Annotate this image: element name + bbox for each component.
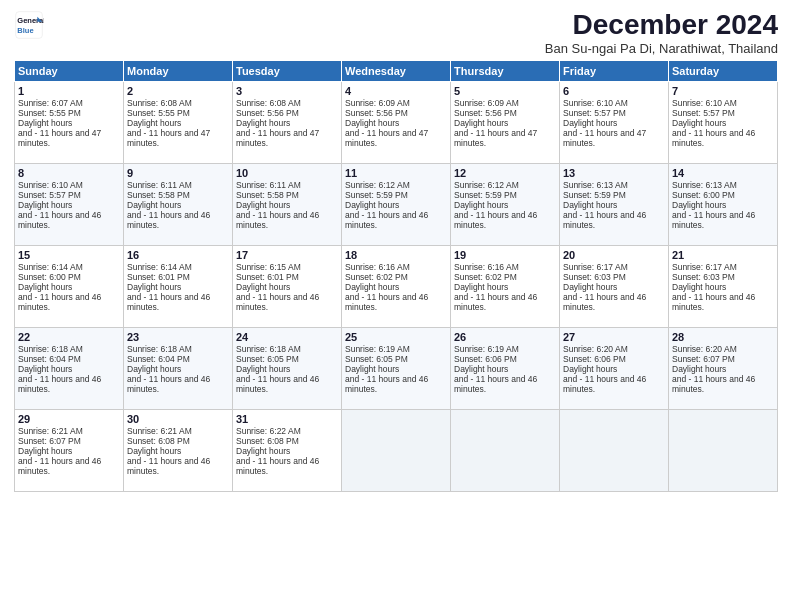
sunrise-line: Sunrise: 6:20 AM [563, 344, 665, 354]
calendar-header-cell: Wednesday [342, 60, 451, 81]
sunset-line: Sunset: 6:02 PM [454, 272, 556, 282]
sunrise-line: Sunrise: 6:14 AM [18, 262, 120, 272]
sunset-line: Sunset: 6:03 PM [672, 272, 774, 282]
calendar-table: SundayMondayTuesdayWednesdayThursdayFrid… [14, 60, 778, 492]
day-number: 26 [454, 331, 556, 343]
daylight-label: Daylight hours [18, 200, 120, 210]
sunrise-line: Sunrise: 6:15 AM [236, 262, 338, 272]
sunset-line: Sunset: 5:57 PM [672, 108, 774, 118]
calendar-week-row: 22Sunrise: 6:18 AMSunset: 6:04 PMDayligh… [15, 327, 778, 409]
daylight-value: and - 11 hours and 46 minutes. [127, 292, 229, 312]
daylight-value: and - 11 hours and 46 minutes. [18, 292, 120, 312]
day-number: 30 [127, 413, 229, 425]
sunset-line: Sunset: 6:08 PM [236, 436, 338, 446]
sunset-line: Sunset: 6:03 PM [563, 272, 665, 282]
sunset-line: Sunset: 5:58 PM [127, 190, 229, 200]
daylight-label: Daylight hours [672, 118, 774, 128]
calendar-header-cell: Thursday [451, 60, 560, 81]
calendar-cell: 22Sunrise: 6:18 AMSunset: 6:04 PMDayligh… [15, 327, 124, 409]
calendar-cell [669, 409, 778, 491]
calendar-cell: 17Sunrise: 6:15 AMSunset: 6:01 PMDayligh… [233, 245, 342, 327]
calendar-cell: 8Sunrise: 6:10 AMSunset: 5:57 PMDaylight… [15, 163, 124, 245]
logo: General Blue [14, 10, 44, 40]
daylight-label: Daylight hours [236, 200, 338, 210]
daylight-label: Daylight hours [454, 364, 556, 374]
calendar-week-row: 8Sunrise: 6:10 AMSunset: 5:57 PMDaylight… [15, 163, 778, 245]
calendar-cell: 14Sunrise: 6:13 AMSunset: 6:00 PMDayligh… [669, 163, 778, 245]
calendar-cell: 11Sunrise: 6:12 AMSunset: 5:59 PMDayligh… [342, 163, 451, 245]
calendar-header-cell: Saturday [669, 60, 778, 81]
daylight-label: Daylight hours [563, 282, 665, 292]
daylight-label: Daylight hours [236, 364, 338, 374]
day-number: 6 [563, 85, 665, 97]
daylight-value: and - 11 hours and 46 minutes. [672, 374, 774, 394]
day-number: 22 [18, 331, 120, 343]
day-number: 3 [236, 85, 338, 97]
sunrise-line: Sunrise: 6:12 AM [345, 180, 447, 190]
sunrise-line: Sunrise: 6:14 AM [127, 262, 229, 272]
sunrise-line: Sunrise: 6:09 AM [345, 98, 447, 108]
sunset-line: Sunset: 6:01 PM [127, 272, 229, 282]
day-number: 24 [236, 331, 338, 343]
day-number: 16 [127, 249, 229, 261]
daylight-value: and - 11 hours and 46 minutes. [672, 292, 774, 312]
sunrise-line: Sunrise: 6:19 AM [345, 344, 447, 354]
daylight-value: and - 11 hours and 46 minutes. [236, 292, 338, 312]
daylight-label: Daylight hours [18, 118, 120, 128]
sunset-line: Sunset: 6:00 PM [672, 190, 774, 200]
sunset-line: Sunset: 6:07 PM [672, 354, 774, 364]
sunrise-line: Sunrise: 6:10 AM [18, 180, 120, 190]
sunrise-line: Sunrise: 6:18 AM [236, 344, 338, 354]
daylight-label: Daylight hours [236, 282, 338, 292]
daylight-value: and - 11 hours and 46 minutes. [563, 374, 665, 394]
daylight-label: Daylight hours [345, 118, 447, 128]
calendar-cell: 12Sunrise: 6:12 AMSunset: 5:59 PMDayligh… [451, 163, 560, 245]
daylight-label: Daylight hours [18, 364, 120, 374]
calendar-header-cell: Monday [124, 60, 233, 81]
sunset-line: Sunset: 5:57 PM [563, 108, 665, 118]
daylight-value: and - 11 hours and 47 minutes. [454, 128, 556, 148]
daylight-value: and - 11 hours and 46 minutes. [454, 374, 556, 394]
page: General Blue December 2024 Ban Su-ngai P… [0, 0, 792, 612]
sunset-line: Sunset: 6:02 PM [345, 272, 447, 282]
sunrise-line: Sunrise: 6:13 AM [563, 180, 665, 190]
sunrise-line: Sunrise: 6:11 AM [236, 180, 338, 190]
sunset-line: Sunset: 6:04 PM [18, 354, 120, 364]
calendar-cell: 1Sunrise: 6:07 AMSunset: 5:55 PMDaylight… [15, 81, 124, 163]
calendar-header-cell: Sunday [15, 60, 124, 81]
daylight-value: and - 11 hours and 47 minutes. [563, 128, 665, 148]
sunrise-line: Sunrise: 6:20 AM [672, 344, 774, 354]
svg-text:Blue: Blue [17, 26, 33, 35]
daylight-value: and - 11 hours and 46 minutes. [127, 374, 229, 394]
sunrise-line: Sunrise: 6:21 AM [18, 426, 120, 436]
calendar-cell: 26Sunrise: 6:19 AMSunset: 6:06 PMDayligh… [451, 327, 560, 409]
sunset-line: Sunset: 6:08 PM [127, 436, 229, 446]
logo-icon: General Blue [14, 10, 44, 40]
sunset-line: Sunset: 5:55 PM [127, 108, 229, 118]
calendar-cell: 23Sunrise: 6:18 AMSunset: 6:04 PMDayligh… [124, 327, 233, 409]
daylight-label: Daylight hours [454, 282, 556, 292]
daylight-value: and - 11 hours and 47 minutes. [18, 128, 120, 148]
calendar-cell: 3Sunrise: 6:08 AMSunset: 5:56 PMDaylight… [233, 81, 342, 163]
calendar-cell: 6Sunrise: 6:10 AMSunset: 5:57 PMDaylight… [560, 81, 669, 163]
calendar-week-row: 29Sunrise: 6:21 AMSunset: 6:07 PMDayligh… [15, 409, 778, 491]
day-number: 25 [345, 331, 447, 343]
sunrise-line: Sunrise: 6:19 AM [454, 344, 556, 354]
calendar-cell: 20Sunrise: 6:17 AMSunset: 6:03 PMDayligh… [560, 245, 669, 327]
calendar-cell: 27Sunrise: 6:20 AMSunset: 6:06 PMDayligh… [560, 327, 669, 409]
day-number: 12 [454, 167, 556, 179]
sunrise-line: Sunrise: 6:18 AM [127, 344, 229, 354]
daylight-label: Daylight hours [672, 364, 774, 374]
sunrise-line: Sunrise: 6:10 AM [672, 98, 774, 108]
daylight-value: and - 11 hours and 46 minutes. [672, 128, 774, 148]
calendar-cell [342, 409, 451, 491]
calendar-cell: 19Sunrise: 6:16 AMSunset: 6:02 PMDayligh… [451, 245, 560, 327]
daylight-label: Daylight hours [563, 200, 665, 210]
daylight-value: and - 11 hours and 47 minutes. [127, 128, 229, 148]
daylight-value: and - 11 hours and 47 minutes. [236, 128, 338, 148]
sunrise-line: Sunrise: 6:13 AM [672, 180, 774, 190]
calendar-cell: 4Sunrise: 6:09 AMSunset: 5:56 PMDaylight… [342, 81, 451, 163]
sunrise-line: Sunrise: 6:09 AM [454, 98, 556, 108]
sunset-line: Sunset: 6:04 PM [127, 354, 229, 364]
daylight-label: Daylight hours [672, 200, 774, 210]
